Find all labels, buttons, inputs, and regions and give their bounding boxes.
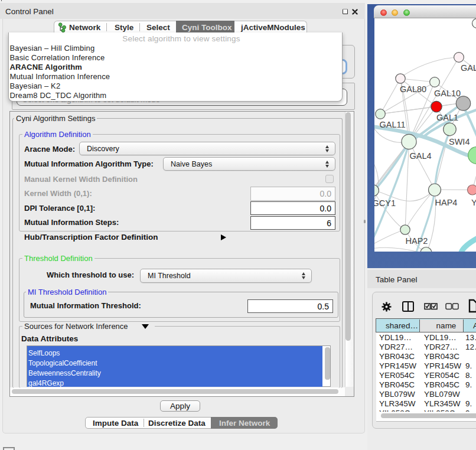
svg-text:GAL1: GAL1 [436,113,458,122]
svg-text:GAL10: GAL10 [434,89,461,98]
svg-text:GAL80: GAL80 [400,84,426,94]
svg-text:SWI4: SWI4 [449,137,470,146]
svg-text:HAP2: HAP2 [406,236,428,246]
svg-text:GAL4: GAL4 [410,151,432,161]
svg-text:GAL: GAL [461,63,476,73]
svg-text:GAL11: GAL11 [380,120,406,129]
svg-text:Y: Y [471,198,476,207]
svg-text:GCY1: GCY1 [374,198,396,208]
svg-text:HAP4: HAP4 [435,198,458,207]
